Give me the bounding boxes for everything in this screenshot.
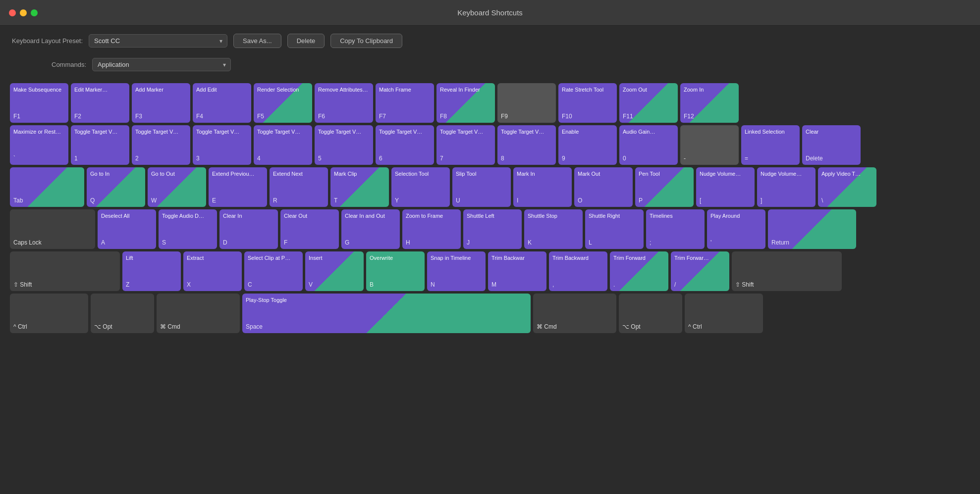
key-f11[interactable]: Zoom OutF11 bbox=[619, 83, 678, 123]
key-w[interactable]: Go to OutW bbox=[148, 167, 206, 207]
key-9[interactable]: Enable9 bbox=[558, 125, 617, 165]
key-f8[interactable]: Reveal In FinderF8 bbox=[436, 83, 495, 123]
key-name-j: Shuttle Left bbox=[467, 212, 518, 219]
key-t[interactable]: Mark ClipT bbox=[330, 167, 389, 207]
key-name-period: Trim Forward bbox=[613, 254, 665, 261]
key-f2[interactable]: Edit Marker…F2 bbox=[71, 83, 129, 123]
key-f12[interactable]: Zoom InF12 bbox=[680, 83, 739, 123]
key-shortcut-w: W bbox=[151, 197, 157, 204]
close-button[interactable] bbox=[9, 9, 16, 16]
key-8[interactable]: Toggle Target V…8 bbox=[497, 125, 556, 165]
key-tab[interactable]: Tab bbox=[10, 167, 84, 207]
key-name-m: Trim Backwar bbox=[491, 254, 543, 261]
key-shortcut-delete: Delete bbox=[806, 155, 823, 162]
key-f4[interactable]: Add EditF4 bbox=[193, 83, 251, 123]
key-shift-l[interactable]: ⇧ Shift bbox=[10, 251, 120, 291]
key-name-n: Snap in Timeline bbox=[431, 254, 482, 261]
key-g[interactable]: Clear In and OutG bbox=[341, 209, 400, 249]
key-return[interactable]: Return bbox=[768, 209, 856, 249]
key-p[interactable]: Pen ToolP bbox=[635, 167, 694, 207]
maximize-button[interactable] bbox=[31, 9, 38, 16]
key-u[interactable]: Slip ToolU bbox=[452, 167, 511, 207]
key-shortcut-c: C bbox=[248, 281, 252, 288]
key-minus[interactable]: - bbox=[680, 125, 739, 165]
key-5[interactable]: Toggle Target V…5 bbox=[315, 125, 373, 165]
key-equals[interactable]: Linked Selection= bbox=[741, 125, 800, 165]
key-f3[interactable]: Add MarkerF3 bbox=[132, 83, 190, 123]
key-bracket-l[interactable]: Nudge Volume…[ bbox=[696, 167, 755, 207]
key-name-f2: Edit Marker… bbox=[74, 86, 126, 93]
key-slash[interactable]: Trim Forwar…/ bbox=[671, 251, 729, 291]
key-s[interactable]: Toggle Audio D…S bbox=[159, 209, 217, 249]
key-caps[interactable]: Caps Lock bbox=[10, 209, 95, 249]
key-3[interactable]: Toggle Target V…3 bbox=[193, 125, 251, 165]
key-opt-l[interactable]: ⌥ Opt bbox=[91, 294, 154, 333]
key-f1[interactable]: Make SubsequenceF1 bbox=[10, 83, 68, 123]
key-f10[interactable]: Rate Stretch ToolF10 bbox=[558, 83, 617, 123]
key-shortcut-space: Space bbox=[246, 323, 263, 330]
key-name-o: Mark Out bbox=[578, 170, 629, 177]
key-2[interactable]: Toggle Target V…2 bbox=[132, 125, 190, 165]
key-x[interactable]: ExtractX bbox=[183, 251, 242, 291]
key-backtick[interactable]: Maximize or Rest…` bbox=[10, 125, 68, 165]
key-shortcut-d: D bbox=[223, 239, 227, 246]
key-ctrl-l[interactable]: ^ Ctrl bbox=[10, 294, 88, 333]
key-7[interactable]: Toggle Target V…7 bbox=[436, 125, 495, 165]
key-6[interactable]: Toggle Target V…6 bbox=[376, 125, 434, 165]
key-shift-r[interactable]: ⇧ Shift bbox=[732, 251, 842, 291]
key-z[interactable]: LiftZ bbox=[122, 251, 181, 291]
key-shortcut-opt-l: ⌥ Opt bbox=[94, 323, 112, 330]
key-o[interactable]: Mark OutO bbox=[574, 167, 633, 207]
key-f5[interactable]: Render SelectionF5 bbox=[254, 83, 312, 123]
key-opt-r[interactable]: ⌥ Opt bbox=[619, 294, 682, 333]
key-r[interactable]: Extend NextR bbox=[270, 167, 328, 207]
key-shortcut-cmd-l: ⌘ Cmd bbox=[160, 323, 180, 330]
key-y[interactable]: Selection ToolY bbox=[391, 167, 450, 207]
key-cmd-r[interactable]: ⌘ Cmd bbox=[533, 294, 616, 333]
key-h[interactable]: Zoom to FrameH bbox=[402, 209, 461, 249]
key-delete[interactable]: ClearDelete bbox=[802, 125, 861, 165]
key-j[interactable]: Shuttle LeftJ bbox=[463, 209, 522, 249]
key-comma[interactable]: Trim Backward, bbox=[549, 251, 607, 291]
key-name-f8: Reveal In Finder bbox=[440, 86, 491, 93]
key-e[interactable]: Extend Previou…E bbox=[209, 167, 267, 207]
key-f[interactable]: Clear OutF bbox=[280, 209, 339, 249]
key-name-f4: Add Edit bbox=[196, 86, 248, 93]
preset-select[interactable]: Scott CC bbox=[89, 34, 227, 48]
key-ctrl-r[interactable]: ^ Ctrl bbox=[685, 294, 763, 333]
key-0[interactable]: Audio Gain…0 bbox=[619, 125, 678, 165]
minimize-button[interactable] bbox=[20, 9, 27, 16]
key-backslash[interactable]: Apply Video T…\ bbox=[818, 167, 876, 207]
key-shortcut-semicolon: ; bbox=[650, 239, 651, 246]
save-as-button[interactable]: Save As... bbox=[233, 34, 281, 48]
key-bracket-r[interactable]: Nudge Volume…] bbox=[757, 167, 816, 207]
key-a[interactable]: Deselect AllA bbox=[98, 209, 156, 249]
copy-to-clipboard-button[interactable]: Copy To Clipboard bbox=[330, 34, 402, 48]
key-f9[interactable]: F9 bbox=[497, 83, 556, 123]
key-b[interactable]: OverwriteB bbox=[366, 251, 425, 291]
key-c[interactable]: Select Clip at P…C bbox=[244, 251, 303, 291]
key-name-bracket-l: Nudge Volume… bbox=[700, 170, 751, 177]
key-m[interactable]: Trim BackwarM bbox=[488, 251, 546, 291]
key-d[interactable]: Clear InD bbox=[219, 209, 278, 249]
key-l[interactable]: Shuttle RightL bbox=[585, 209, 644, 249]
key-cmd-l[interactable]: ⌘ Cmd bbox=[157, 294, 240, 333]
key-period[interactable]: Trim Forward. bbox=[610, 251, 668, 291]
commands-select[interactable]: Application bbox=[92, 58, 231, 71]
key-f7[interactable]: Match FrameF7 bbox=[376, 83, 434, 123]
key-name-c: Select Clip at P… bbox=[248, 254, 299, 261]
delete-button[interactable]: Delete bbox=[287, 34, 325, 48]
key-name-slash: Trim Forwar… bbox=[674, 254, 726, 261]
key-1[interactable]: Toggle Target V…1 bbox=[71, 125, 129, 165]
key-i[interactable]: Mark InI bbox=[513, 167, 572, 207]
key-semicolon[interactable]: Timelines; bbox=[646, 209, 705, 249]
key-k[interactable]: Shuttle StopK bbox=[524, 209, 583, 249]
key-4[interactable]: Toggle Target V…4 bbox=[254, 125, 312, 165]
key-n[interactable]: Snap in TimelineN bbox=[427, 251, 486, 291]
key-q[interactable]: Go to InQ bbox=[87, 167, 145, 207]
key-shortcut-b: B bbox=[370, 281, 374, 288]
key-v[interactable]: InsertV bbox=[305, 251, 364, 291]
key-quote[interactable]: Play Around' bbox=[707, 209, 765, 249]
key-f6[interactable]: Remove Attributes…F6 bbox=[315, 83, 373, 123]
key-space[interactable]: Play-Stop ToggleSpace bbox=[242, 294, 531, 333]
